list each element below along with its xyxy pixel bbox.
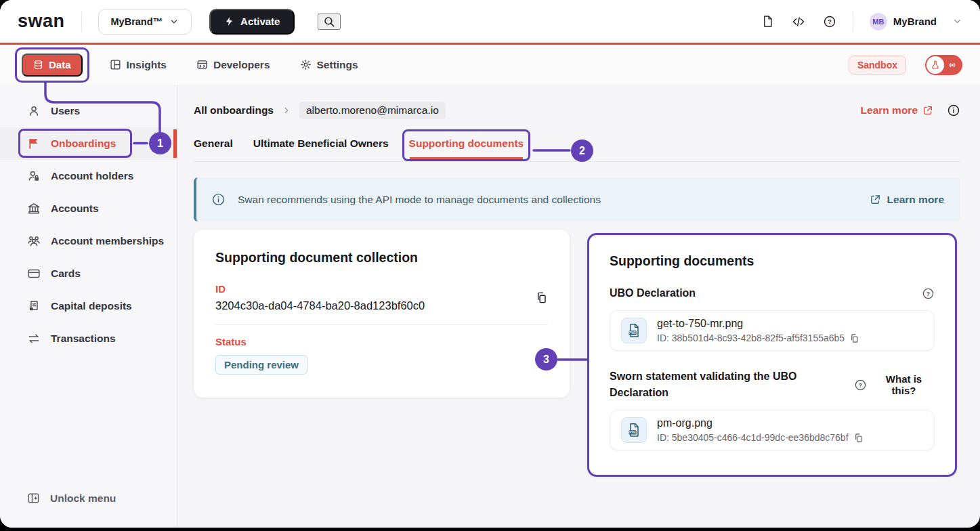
account-menu[interactable]: MB MyBrand (870, 13, 962, 30)
nav-insights-label: Insights (127, 59, 167, 71)
nav-items: Insights Developers Settings (110, 59, 358, 71)
what-is-this-label: What is this? (873, 373, 935, 396)
top-right-actions: ? MB MyBrand (761, 12, 962, 32)
nav-developers-label: Developers (213, 59, 270, 71)
sidebar-label: Transactions (51, 333, 116, 345)
collection-card-title: Supporting document collection (215, 250, 548, 266)
learn-more-link[interactable]: Learn more (861, 104, 933, 116)
doc-section-label: Sworn statement validating the UBO Decla… (610, 368, 854, 401)
user-icon (27, 104, 41, 118)
file-row[interactable]: PNG pm-org.png ID: 5be30405-c466-4c1d-99… (610, 410, 935, 450)
code-icon (792, 15, 805, 28)
file-name: pm-org.png (657, 417, 864, 429)
copy-file-id-button[interactable] (853, 433, 864, 443)
nav-settings-label: Settings (317, 59, 358, 71)
developers-icon (196, 59, 208, 70)
breadcrumb-current: alberto.moreno@mimarca.io (299, 102, 446, 119)
banner-learn-more-link[interactable]: Learn more (870, 194, 944, 206)
nav-item-developers[interactable]: Developers (196, 59, 270, 71)
unlock-menu-button[interactable]: Unlock menu (0, 492, 177, 505)
banner-learn-more-label: Learn more (887, 194, 944, 206)
docs-button[interactable] (761, 15, 774, 28)
banner-text: Swan recommends using the API mode to ma… (238, 194, 601, 206)
status-badge: Pending review (215, 355, 307, 375)
database-icon (33, 60, 43, 70)
org-selector-label: MyBrand™ (111, 16, 163, 27)
divider (81, 12, 82, 32)
documents-card: Supporting documents UBO Declaration ? P… (587, 233, 957, 477)
copy-id-button[interactable] (535, 291, 548, 304)
search-button[interactable] (318, 14, 341, 30)
help-icon: ? (823, 15, 836, 28)
file-id: ID: 5be30405-c466-4c1d-99dc-ee36bd8c76bf (657, 432, 849, 443)
flag-icon (27, 137, 41, 150)
unlock-menu-label: Unlock menu (50, 492, 116, 505)
chevron-down-icon (169, 17, 179, 26)
status-label: Status (215, 336, 548, 347)
svg-text:?: ? (859, 381, 862, 388)
info-icon (947, 104, 960, 117)
file-name: get-to-750-mr.png (657, 318, 859, 330)
api-button[interactable] (792, 15, 805, 28)
tab-general[interactable]: General (194, 137, 233, 161)
learn-more-label: Learn more (861, 104, 918, 116)
tab-supporting-documents[interactable]: Supporting documents (409, 137, 524, 161)
divider (853, 12, 853, 32)
info-banner: Swan recommends using the API mode to ma… (194, 177, 960, 221)
sidebar-item-accounts[interactable]: Accounts (0, 192, 177, 225)
nav-item-settings[interactable]: Settings (300, 59, 358, 71)
activate-button[interactable]: Activate (209, 9, 295, 35)
annotation-box-data: Data (15, 47, 89, 83)
support-button[interactable]: ? (823, 15, 836, 28)
what-is-this-button[interactable]: ? What is this? (854, 373, 935, 396)
png-file-icon: PNG (621, 417, 647, 443)
capital-deposit-icon (27, 299, 41, 313)
bank-icon (27, 202, 41, 215)
copy-file-id-button[interactable] (849, 333, 859, 343)
sidebar-item-transactions[interactable]: Transactions (0, 322, 177, 355)
sidebar-label: Accounts (51, 203, 99, 215)
search-icon (323, 16, 335, 28)
id-label: ID (215, 283, 425, 295)
flask-icon (926, 56, 944, 74)
nav-data-label: Data (49, 59, 71, 70)
external-link-icon (870, 194, 881, 205)
sidebar-item-capital-deposits[interactable]: Capital deposits (0, 290, 177, 322)
avatar: MB (870, 13, 887, 30)
sidebar-item-account-holders[interactable]: Account holders (0, 160, 177, 192)
activate-label: Activate (240, 16, 280, 27)
nav-item-insights[interactable]: Insights (110, 59, 167, 71)
tab-ultimate-beneficial-owners[interactable]: Ultimate Beneficial Owners (253, 137, 389, 161)
copy-icon (853, 433, 864, 443)
breadcrumb-root[interactable]: All onboardings (194, 104, 274, 116)
external-link-icon (922, 105, 933, 116)
nav-item-data[interactable]: Data (22, 54, 83, 77)
help-icon: ? (854, 379, 867, 391)
sidebar-item-cards[interactable]: Cards (0, 257, 177, 290)
swan-logo: swan (18, 11, 65, 32)
copy-icon (535, 291, 548, 304)
main-nav: Data Insights Developers Settings (0, 45, 980, 85)
svg-text:?: ? (926, 290, 930, 297)
collection-id-value: 3204c30a-da04-4784-ba20-8ad123bf60c0 (215, 299, 425, 312)
account-name: MyBrand (893, 16, 937, 27)
sidebar: Users Onboardings Account holders Accoun… (0, 85, 177, 528)
page-info-button[interactable] (947, 104, 960, 117)
help-icon: ? (922, 287, 935, 300)
ubo-help-button[interactable]: ? (922, 287, 935, 300)
collection-card: Supporting document collection ID 3204c3… (194, 230, 570, 398)
sidebar-item-users[interactable]: Users (0, 95, 177, 127)
copy-icon (849, 333, 859, 343)
annotation-step-1: 1 (149, 132, 171, 154)
file-row[interactable]: PNG get-to-750-mr.png ID: 38b501d4-8c93-… (610, 310, 935, 351)
sidebar-item-account-memberships[interactable]: Account memberships (0, 225, 177, 257)
doc-section-ubo-declaration: UBO Declaration ? PNG get-to-750-mr.png (610, 285, 935, 351)
divider (215, 324, 548, 325)
sidebar-label: Cards (51, 268, 81, 280)
sandbox-toggle[interactable] (925, 55, 962, 75)
org-selector[interactable]: MyBrand™ (98, 9, 192, 35)
app-window: swan MyBrand™ Activate (0, 0, 980, 528)
env-controls: Sandbox (849, 55, 962, 75)
top-bar: swan MyBrand™ Activate (0, 0, 980, 45)
annotation-step-2: 2 (571, 140, 593, 162)
